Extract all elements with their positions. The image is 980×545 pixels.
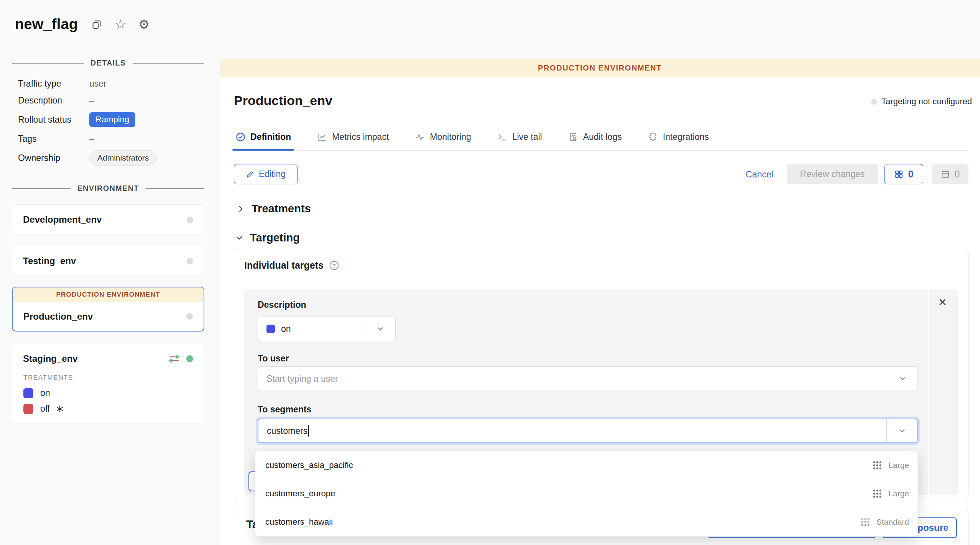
ownership-pill[interactable]: Administrators [89,150,157,166]
rule-card-divider [928,289,929,495]
production-environment-banner: PRODUCTION ENVIRONMENT [220,59,980,77]
env-status-dot [186,313,193,320]
review-changes-button[interactable]: Review changes [787,164,878,184]
tab-bar: Definition Metrics impact Monitoring [234,130,968,151]
segments-dropdown: customers_asia_pacific Large customers_e… [255,451,918,537]
treatments-section-header[interactable]: Treatments [236,202,311,215]
env-card-production[interactable]: PRODUCTION ENVIRONMENT Production_env [12,287,204,332]
chevron-right-icon [236,204,245,213]
text-caret [308,425,309,437]
individual-targets-heading: Individual targets ? [244,260,339,271]
definition-icon [235,132,246,142]
treatment-select[interactable]: on [258,317,396,341]
chevron-down-icon[interactable] [365,317,395,341]
app-screen: new_flag ☆ ⚙ DETAILS Traffic type user D… [0,0,980,545]
large-segment-icon [872,489,882,499]
targeting-status: Targeting not configured [871,97,972,107]
description-label: Description [258,300,306,310]
treatment-color-swatch [266,325,275,333]
detail-traffic-type: Traffic type user [18,75,204,92]
tab-definition[interactable]: Definition [234,130,293,150]
integrations-icon [648,132,658,142]
to-user-label: To user [258,353,289,364]
to-segments-label: To segments [258,404,311,415]
env-active-dot [186,355,193,362]
chevron-down-icon[interactable] [887,367,918,391]
environment-title: Production_env [234,93,332,108]
detail-ownership: Ownership Administrators [18,147,204,169]
env-card-staging[interactable]: Staging_env TREATMENTS on off [12,343,204,423]
segment-option-hawaii[interactable]: customers_hawaii Standard [255,508,918,536]
treatment-off-swatch [23,404,33,414]
gear-icon[interactable]: ⚙ [138,18,150,31]
calendar-icon [941,169,950,179]
svg-text:?: ? [332,263,336,269]
detail-tags: Tags – [18,130,204,147]
chevron-down-icon[interactable] [886,419,917,442]
tab-monitoring[interactable]: Monitoring [413,130,472,150]
status-dot [871,99,877,105]
default-treatment-asterisk-icon [56,405,64,413]
to-segments-input[interactable]: customers [258,419,918,443]
detail-description: Description – [18,92,204,109]
scheduled-changes-button[interactable]: 0 [932,164,968,184]
sync-arrows-icon [167,354,181,364]
tab-live-tail[interactable]: Live tail [496,130,544,150]
close-icon[interactable]: ✕ [938,297,947,308]
env-status-dot [187,258,193,264]
details-heading: DETAILS [12,59,204,67]
production-env-label: PRODUCTION ENVIRONMENT [13,287,204,302]
segment-option-asia-pacific[interactable]: customers_asia_pacific Large [255,451,918,479]
copy-icon[interactable] [91,19,102,30]
standard-segment-icon [860,517,870,527]
to-user-placeholder: Start typing a user [266,374,338,384]
editing-button[interactable]: Editing [234,164,298,184]
monitoring-icon [415,132,425,142]
flag-title: new_flag [15,16,78,33]
star-icon[interactable]: ☆ [115,18,126,31]
env-card-development[interactable]: Development_env [12,204,204,235]
treatment-on-row: on [12,382,204,398]
pending-changes-button[interactable]: 0 [884,164,923,184]
pencil-icon [246,170,254,179]
treatments-caption: TREATMENTS [12,364,204,382]
treatment-off-row: off [12,398,204,414]
segment-option-europe[interactable]: customers_europe Large [255,479,918,508]
environment-heading: ENVIRONMENT [12,184,204,193]
treatment-on-swatch [23,388,33,398]
tab-audit-logs[interactable]: Audit logs [567,130,623,150]
env-status-dot [187,217,193,223]
rollout-status-badge: Ramping [89,112,135,127]
live-tail-icon [497,132,508,142]
large-segment-icon [872,460,882,470]
env-card-testing[interactable]: Testing_env [12,246,204,276]
to-user-input[interactable]: Start typing a user [258,366,918,391]
metrics-icon [317,132,327,142]
grid-icon [894,169,904,179]
tab-metrics-impact[interactable]: Metrics impact [316,130,390,150]
tab-integrations[interactable]: Integrations [646,130,710,150]
help-icon[interactable]: ? [329,260,339,271]
targeting-section-header[interactable]: Targeting [235,231,300,244]
cancel-button[interactable]: Cancel [746,169,773,180]
chevron-down-icon [235,233,244,243]
detail-rollout-status: Rollout status Ramping [18,109,204,130]
audit-logs-icon [568,132,579,142]
